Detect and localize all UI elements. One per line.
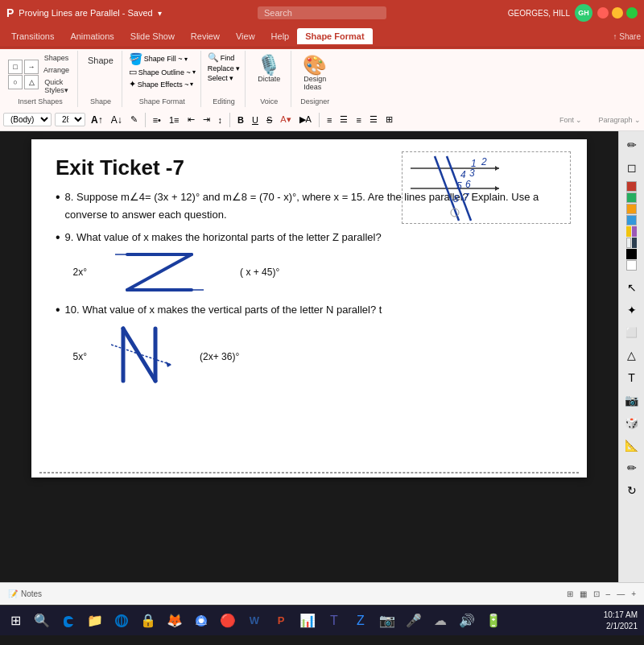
indent-increase-btn[interactable]: ⇥ (200, 114, 213, 126)
numbered-list-btn[interactable]: 1≡ (167, 114, 182, 126)
taskbar-search-btn[interactable]: 🔍 (30, 609, 54, 633)
quick-styles-btn[interactable]: QuickStyles▾ (40, 76, 72, 96)
align-right-btn[interactable]: ≡ (353, 114, 363, 126)
taskbar-ppt-btn[interactable]: P (269, 609, 293, 633)
taskbar-ie-btn[interactable] (109, 609, 134, 633)
eraser-tool-btn[interactable]: ◻ (621, 157, 642, 178)
taskbar-mic-btn[interactable]: 🎤 (402, 609, 426, 633)
bullets-btn[interactable]: ≡• (151, 114, 163, 126)
taskbar-chrome-btn[interactable] (189, 609, 213, 633)
taskbar-zoom-btn[interactable]: Z (349, 609, 373, 633)
color-white[interactable] (626, 238, 631, 248)
user-name: GEORGES, HILL (508, 9, 570, 18)
taskbar-network-btn[interactable]: ☁ (428, 609, 452, 633)
tab-animations[interactable]: Animations (62, 28, 122, 44)
shape-fill-btn[interactable]: 🪣 Shape Fill ~ ▾ (129, 52, 196, 65)
copy-format-btn[interactable]: ✎ (128, 114, 140, 126)
maximize-btn[interactable] (626, 7, 638, 19)
align-left-btn[interactable]: ≡ (324, 114, 334, 126)
tab-view[interactable]: View (228, 28, 263, 44)
line-spacing-btn[interactable]: ↕ (216, 114, 225, 126)
search-input[interactable] (258, 6, 386, 19)
underline-btn[interactable]: U (250, 114, 261, 126)
shape-effects-btn[interactable]: ✦ Shape Effects ~ ▾ (129, 79, 196, 89)
view-normal-btn[interactable]: ⊞ (567, 589, 573, 598)
columns-btn[interactable]: ⊞ (383, 114, 395, 126)
eraser2-tool-btn[interactable]: ⬜ (621, 322, 642, 343)
increase-font-btn[interactable]: A↑ (89, 114, 105, 126)
user-badge[interactable]: GH (575, 4, 592, 22)
refresh-tool-btn[interactable]: ↻ (621, 480, 642, 501)
shapes-btn[interactable]: Shapes (40, 52, 72, 64)
highlight-btn[interactable]: ▶A (297, 114, 314, 126)
share-btn[interactable]: ↑ Share (613, 32, 641, 41)
ribbon: Transitions Animations Slide Show Review… (0, 26, 644, 48)
dictate-btn[interactable]: 🎙️ Dictate (252, 52, 286, 86)
svg-marker-24 (166, 362, 171, 367)
highlight-tool-btn[interactable]: ✦ (621, 300, 642, 320)
tab-shape-format[interactable]: Shape Format (297, 28, 372, 44)
taskbar-battery-btn[interactable]: 🔋 (481, 609, 506, 633)
ruler-tool-btn[interactable]: 📐 (621, 435, 642, 456)
design-ideas-btn[interactable]: 🎨 DesignIdeas (298, 52, 332, 94)
taskbar-teams-btn[interactable]: T (322, 609, 346, 633)
taskbar: ⊞ 🔍 📁 🔒 🦊 🔴 W P 📊 T Z 📷 🎤 ☁ 🔊 🔋 10:17 AM… (0, 605, 644, 635)
text-tool-btn[interactable]: T (621, 367, 642, 388)
dice-tool-btn[interactable]: 🎲 (621, 412, 642, 433)
shapes-tool-btn[interactable]: △ (621, 345, 642, 366)
tab-help[interactable]: Help (263, 28, 298, 44)
taskbar-camera-btn[interactable]: 📷 (375, 609, 399, 633)
taskbar-word-btn[interactable]: W (242, 609, 266, 633)
minimize-btn[interactable] (612, 7, 623, 19)
pen-tool-btn[interactable]: ✏ (621, 134, 642, 155)
align-justify-btn[interactable]: ☰ (367, 114, 380, 126)
taskbar-audio-btn[interactable]: 🔊 (455, 609, 479, 633)
taskbar-start-btn[interactable]: ⊞ (3, 609, 27, 633)
q10-label-right: (2x+ 36)° (200, 349, 239, 365)
font-size-dropdown[interactable]: 28 (55, 113, 85, 126)
cursor-tool-btn[interactable]: ↖ (621, 277, 642, 298)
tab-slideshow[interactable]: Slide Show (122, 28, 183, 44)
compass-tool-btn[interactable]: ✏ (621, 457, 642, 478)
color-purple[interactable] (632, 226, 637, 237)
find-btn[interactable]: 🔍 Find (208, 52, 241, 63)
taskbar-acrobat-btn[interactable]: 🔴 (216, 609, 240, 633)
taskbar-lock-btn[interactable]: 🔒 (136, 609, 160, 633)
notes-label[interactable]: Notes (21, 589, 42, 598)
bold-btn[interactable]: B (235, 114, 246, 126)
taskbar-edge-btn[interactable] (56, 609, 80, 633)
font-family-dropdown[interactable]: (Body) (3, 113, 52, 126)
arrange-btn[interactable]: Arrange (40, 64, 72, 76)
shape-outline-btn[interactable]: ▭ Shape Outline ~ ▾ (129, 67, 196, 77)
taskbar-unknown1-btn[interactable]: 📊 (295, 609, 320, 633)
color-red[interactable] (626, 181, 637, 192)
shape-outline-arrow[interactable]: ▾ (192, 68, 196, 76)
select-btn[interactable]: Select ▾ (208, 74, 241, 82)
align-center-btn[interactable]: ☰ (337, 114, 350, 126)
shape-effects-arrow[interactable]: ▾ (190, 81, 193, 88)
zoom-in-btn[interactable]: + (631, 589, 636, 598)
taskbar-explorer-btn[interactable]: 📁 (83, 609, 107, 633)
color-orange[interactable] (626, 204, 637, 214)
color-green[interactable] (626, 192, 637, 203)
close-btn[interactable] (597, 7, 609, 19)
shape-effects-label: Shape Effects ~ (138, 81, 189, 89)
camera-tool-btn[interactable]: 📷 (621, 390, 642, 411)
view-slide-btn[interactable]: ▦ (580, 589, 587, 598)
color-black[interactable] (626, 249, 637, 259)
replace-btn[interactable]: Replace ▾ (208, 64, 241, 72)
strikethrough-btn[interactable]: S (264, 114, 275, 126)
indent-decrease-btn[interactable]: ⇤ (185, 114, 197, 126)
color-dark[interactable] (632, 238, 637, 248)
tab-transitions[interactable]: Transitions (3, 28, 62, 44)
color-blue[interactable] (626, 215, 637, 225)
taskbar-firefox-btn[interactable]: 🦊 (163, 609, 187, 633)
view-reading-btn[interactable]: ⊡ (593, 589, 600, 598)
dropdown-arrow[interactable]: ▾ (158, 9, 162, 18)
decrease-font-btn[interactable]: A↓ (109, 114, 125, 126)
shape-fill-arrow[interactable]: ▾ (184, 56, 188, 63)
tab-review[interactable]: Review (183, 28, 228, 44)
color-yellow[interactable] (626, 226, 631, 237)
font-color-btn[interactable]: A▾ (278, 114, 293, 126)
color-white2[interactable] (626, 260, 637, 271)
